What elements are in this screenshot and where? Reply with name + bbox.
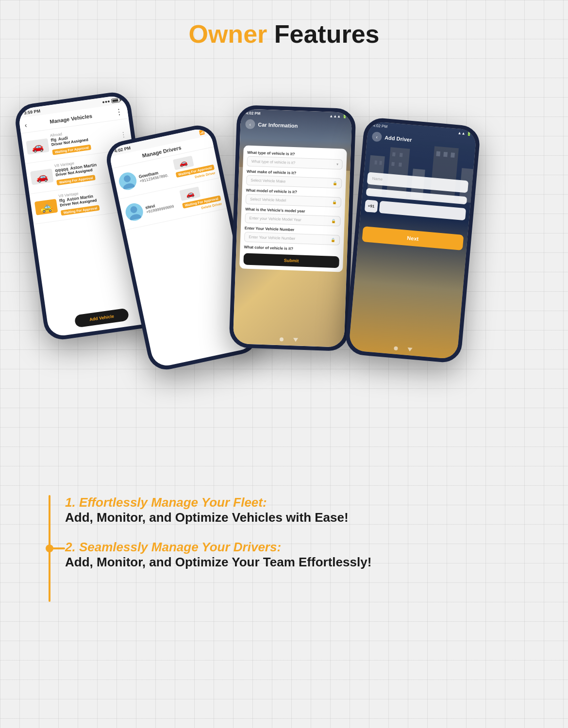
waiting-badge-3: Waiting For Approval bbox=[61, 205, 100, 215]
vehicle-type-placeholder: What type of vehicle is it? bbox=[251, 159, 296, 165]
phone-4-nav-bar bbox=[349, 342, 457, 355]
title-dark: Features bbox=[267, 20, 379, 48]
phone-4-screen: 4:02 PM ▲▲ 🔋 ‹ Add Driver Name bbox=[349, 121, 477, 360]
svg-point-2 bbox=[130, 206, 138, 214]
add-driver-back-button[interactable]: ‹ bbox=[371, 132, 382, 142]
page-title: Owner Features bbox=[0, 19, 568, 49]
phone-3-status-icons: ▲▲▲ 🔋 bbox=[329, 114, 347, 119]
driver-name-placeholder: Name bbox=[372, 176, 383, 182]
add-driver-content: 4:02 PM ▲▲ 🔋 ‹ Add Driver Name bbox=[349, 121, 477, 360]
wifi-icon-4: ▲▲ bbox=[457, 131, 466, 135]
add-driver-title: Add Driver bbox=[384, 134, 412, 143]
driver-car-preview-2: 🚗 bbox=[179, 186, 200, 201]
lock-icon-2: 🔒 bbox=[332, 200, 337, 204]
wifi-icon: ▲▲▲ bbox=[329, 114, 341, 119]
svg-point-0 bbox=[123, 175, 132, 183]
next-button[interactable]: Next bbox=[362, 226, 464, 250]
svg-point-1 bbox=[122, 182, 135, 190]
car-icon-3: 🚕 bbox=[34, 199, 58, 215]
waiting-badge-2: Waiting For Approval bbox=[56, 175, 96, 185]
add-driver-form: Name +91 bbox=[365, 172, 468, 220]
country-code-box[interactable]: +91 bbox=[365, 199, 378, 213]
driver-info-1: Gowtham +911234567890. bbox=[138, 167, 173, 183]
phone-3-nav-bar bbox=[233, 336, 344, 344]
back-nav-triangle-4 bbox=[407, 347, 413, 352]
phone-car-information: 4:02 PM ▲▲▲ 🔋 ‹ Car Information bbox=[229, 105, 356, 351]
phone-3-time: 4:02 PM bbox=[246, 111, 261, 116]
driver-actions-1: 🚗 Waiting For Approval Delete Driver bbox=[173, 151, 216, 182]
phone-1-time: 3:59 PM bbox=[24, 108, 41, 116]
form-label-6: What color of vehicle is it? bbox=[244, 245, 339, 253]
feature-item-1: 1. Effortlessly Manage Your Fleet: Add, … bbox=[65, 495, 519, 525]
vehicle-model-input[interactable]: Select Vehicle Model 🔒 bbox=[246, 194, 342, 208]
lock-icon-1: 🔒 bbox=[333, 181, 337, 185]
car-icon-2: 🚗 bbox=[30, 168, 53, 185]
driver-avatar-1 bbox=[117, 171, 138, 192]
waiting-badge-1: Waiting For Approval bbox=[52, 145, 91, 155]
battery-icon-4: 🔋 bbox=[467, 132, 472, 136]
lock-icon-4: 🔒 bbox=[331, 238, 335, 242]
vehicle-year-input[interactable]: Enter your Vehicle Model Year 🔒 bbox=[245, 213, 341, 227]
horizontal-accent-line bbox=[50, 547, 65, 549]
phone-add-driver: 4:02 PM ▲▲ 🔋 ‹ Add Driver Name bbox=[344, 116, 481, 364]
battery-icon-3: 🔋 bbox=[342, 114, 347, 118]
driver-actions-2: 🚗 Waiting For Approval Delete Driver bbox=[179, 182, 222, 214]
back-nav-triangle bbox=[293, 338, 298, 342]
dropdown-icon: ▾ bbox=[336, 162, 338, 166]
signal-icon-2: 📶 bbox=[199, 130, 205, 135]
vehicle-make-input[interactable]: Select Vehicle Make 🔒 bbox=[246, 175, 342, 189]
phone-4-icons: ▲▲ 🔋 bbox=[457, 131, 472, 136]
car-info-title: Car Information bbox=[258, 121, 298, 129]
phone-1-status-icons: ●●● bbox=[102, 97, 120, 104]
page-header: Owner Features bbox=[0, 0, 568, 58]
feature-item-2: 2. Seamlessly Manage Your Drivers: Add, … bbox=[65, 540, 519, 570]
vehicle-number-input[interactable]: Enter Your Vehicle Number 🔒 bbox=[244, 232, 340, 246]
page-wrapper: Owner Features 3:59 PM ●●● ‹ Manage Vehi… bbox=[0, 0, 568, 728]
phone-4-time: 4:02 PM bbox=[373, 123, 387, 129]
manage-vehicles-title: Manage Vehicles bbox=[50, 113, 93, 124]
vehicle-make-placeholder: Select Vehicle Make bbox=[251, 178, 285, 184]
car-info-content: 4:02 PM ▲▲▲ 🔋 ‹ Car Information bbox=[233, 109, 352, 347]
vehicle-type-input[interactable]: What type of vehicle is it? ▾ bbox=[247, 156, 343, 170]
feature-1-heading-dark: Add, Monitor, and Optimize Vehicles with… bbox=[65, 510, 519, 525]
svg-point-3 bbox=[129, 213, 142, 220]
submit-button[interactable]: Submit bbox=[243, 253, 339, 268]
back-arrow-icon[interactable]: ‹ bbox=[24, 121, 28, 129]
phone-3-screen: 4:02 PM ▲▲▲ 🔋 ‹ Car Information bbox=[233, 109, 352, 347]
bottom-section: 1. Effortlessly Manage Your Fleet: Add, … bbox=[0, 471, 568, 631]
vehicle-number-placeholder: Enter Your Vehicle Number bbox=[249, 235, 295, 241]
vehicle-dots-1[interactable]: ⋮ bbox=[119, 130, 127, 139]
battery-icon bbox=[111, 98, 120, 103]
home-nav-dot bbox=[279, 337, 283, 341]
phones-section: 3:59 PM ●●● ‹ Manage Vehicles ⋮ 🚗 bbox=[0, 58, 568, 471]
feature-2-heading-dark: Add, Monitor, and Optimize Your Team Eff… bbox=[65, 555, 519, 570]
lock-icon-3: 🔒 bbox=[331, 219, 336, 223]
vertical-line-container bbox=[49, 495, 50, 602]
car-info-form: What type of vehicle is it? What type of… bbox=[239, 145, 347, 272]
signal-icon: ●●● bbox=[102, 99, 111, 104]
home-nav-dot-4 bbox=[394, 347, 398, 351]
driver-avatar-2 bbox=[124, 202, 145, 223]
vehicle-model-placeholder: Select Vehicle Model bbox=[250, 197, 286, 203]
title-orange: Owner bbox=[188, 20, 267, 48]
feature-2-heading-orange: 2. Seamlessly Manage Your Drivers: bbox=[65, 540, 519, 555]
feature-1-heading-orange: 1. Effortlessly Manage Your Fleet: bbox=[65, 495, 519, 510]
three-dots-icon[interactable]: ⋮ bbox=[115, 107, 123, 117]
car-back-button[interactable]: ‹ bbox=[245, 119, 255, 129]
features-text: 1. Effortlessly Manage Your Fleet: Add, … bbox=[65, 495, 519, 584]
driver-phone-input[interactable] bbox=[379, 201, 466, 220]
phone-2-status-icons: 📶 bbox=[199, 130, 205, 135]
car-icon-1: 🚗 bbox=[26, 138, 49, 155]
vehicle-year-placeholder: Enter your Vehicle Model Year bbox=[250, 216, 301, 222]
add-vehicle-button[interactable]: Add Vehicle bbox=[74, 308, 130, 328]
driver-info-2: stevi +919999999999 bbox=[145, 198, 180, 214]
driver-car-preview-1: 🚗 bbox=[173, 156, 194, 170]
